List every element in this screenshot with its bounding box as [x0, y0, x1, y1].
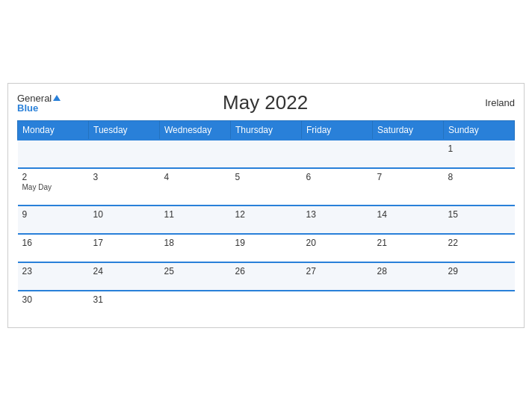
day-number: 9 — [22, 209, 28, 220]
country-label: Ireland — [470, 97, 515, 108]
day-number: 12 — [235, 209, 245, 220]
logo-blue-text: Blue — [17, 103, 61, 113]
day-number: 18 — [164, 238, 174, 248]
weekday-header-tuesday: Tuesday — [89, 121, 160, 140]
day-number: 30 — [22, 294, 32, 305]
calendar-cell: 16 — [18, 234, 89, 262]
day-number: 21 — [377, 238, 387, 248]
week-row-4: 16171819202122 — [18, 234, 515, 262]
day-number: 8 — [448, 172, 454, 182]
calendar-cell: 13 — [302, 206, 373, 234]
calendar-cell: 27 — [302, 262, 373, 291]
weekday-header-friday: Friday — [302, 121, 373, 140]
week-row-1: 1 — [18, 140, 515, 168]
calendar-cell: 21 — [373, 234, 444, 262]
day-number: 2 — [22, 172, 28, 182]
calendar-cell: 2May Day — [18, 168, 89, 206]
calendar-cell — [89, 140, 160, 168]
calendar-cell: 31 — [89, 291, 160, 318]
calendar-cell: 8 — [444, 168, 515, 206]
weekday-header-sunday: Sunday — [444, 121, 515, 140]
calendar-cell: 3 — [89, 168, 160, 206]
logo-general-text: General — [17, 93, 61, 103]
week-row-2: 2May Day345678 — [18, 168, 515, 206]
week-row-3: 9101112131415 — [18, 206, 515, 234]
day-number: 1 — [448, 143, 454, 154]
weekday-header-saturday: Saturday — [373, 121, 444, 140]
calendar-cell — [373, 140, 444, 168]
calendar-cell — [18, 140, 89, 168]
calendar-cell: 15 — [444, 206, 515, 234]
day-number: 14 — [377, 209, 387, 220]
calendar-cell: 29 — [444, 262, 515, 291]
calendar-cell — [160, 140, 231, 168]
weekday-header-thursday: Thursday — [231, 121, 302, 140]
calendar-cell: 4 — [160, 168, 231, 206]
calendar-cell: 17 — [89, 234, 160, 262]
weekday-header-row: MondayTuesdayWednesdayThursdayFridaySatu… — [18, 121, 515, 140]
day-number: 7 — [377, 172, 383, 182]
week-row-5: 23242526272829 — [18, 262, 515, 291]
calendar-cell — [373, 291, 444, 318]
calendar-container: General Blue May 2022 Ireland MondayTues… — [7, 83, 525, 328]
day-number: 6 — [306, 172, 312, 182]
day-number: 24 — [93, 266, 103, 276]
calendar-cell — [160, 291, 231, 318]
day-number: 15 — [448, 209, 458, 220]
holiday-label: May Day — [22, 183, 84, 191]
day-number: 16 — [22, 238, 32, 248]
calendar-cell: 9 — [18, 206, 89, 234]
calendar-cell: 26 — [231, 262, 302, 291]
calendar-table: MondayTuesdayWednesdayThursdayFridaySatu… — [17, 120, 515, 318]
calendar-cell: 6 — [302, 168, 373, 206]
calendar-cell: 5 — [231, 168, 302, 206]
calendar-cell: 12 — [231, 206, 302, 234]
day-number: 19 — [235, 238, 245, 248]
calendar-cell — [302, 291, 373, 318]
day-number: 27 — [306, 266, 316, 276]
day-number: 28 — [377, 266, 387, 276]
calendar-cell: 7 — [373, 168, 444, 206]
day-number: 11 — [164, 209, 174, 220]
day-number: 3 — [93, 172, 99, 182]
calendar-cell: 11 — [160, 206, 231, 234]
day-number: 4 — [164, 172, 170, 182]
calendar-cell — [231, 140, 302, 168]
day-number: 26 — [235, 266, 245, 276]
day-number: 20 — [306, 238, 316, 248]
calendar-cell: 19 — [231, 234, 302, 262]
calendar-cell: 18 — [160, 234, 231, 262]
weekday-header-wednesday: Wednesday — [160, 121, 231, 140]
day-number: 23 — [22, 266, 32, 276]
day-number: 29 — [448, 266, 458, 276]
day-number: 10 — [93, 209, 103, 220]
day-number: 17 — [93, 238, 103, 248]
calendar-cell — [302, 140, 373, 168]
calendar-cell: 20 — [302, 234, 373, 262]
day-number: 13 — [306, 209, 316, 220]
calendar-cell: 14 — [373, 206, 444, 234]
calendar-cell: 25 — [160, 262, 231, 291]
calendar-cell: 1 — [444, 140, 515, 168]
day-number: 25 — [164, 266, 174, 276]
weekday-header-monday: Monday — [18, 121, 89, 140]
calendar-cell: 22 — [444, 234, 515, 262]
week-row-6: 3031 — [18, 291, 515, 318]
logo-triangle-icon — [53, 95, 61, 101]
calendar-cell: 23 — [18, 262, 89, 291]
day-number: 5 — [235, 172, 241, 182]
calendar-cell: 28 — [373, 262, 444, 291]
calendar-title: May 2022 — [61, 91, 470, 114]
calendar-cell — [444, 291, 515, 318]
logo: General Blue — [17, 93, 61, 113]
calendar-cell — [231, 291, 302, 318]
calendar-header: General Blue May 2022 Ireland — [17, 91, 515, 114]
calendar-cell: 24 — [89, 262, 160, 291]
calendar-cell: 10 — [89, 206, 160, 234]
day-number: 31 — [93, 294, 103, 305]
day-number: 22 — [448, 238, 458, 248]
calendar-cell: 30 — [18, 291, 89, 318]
